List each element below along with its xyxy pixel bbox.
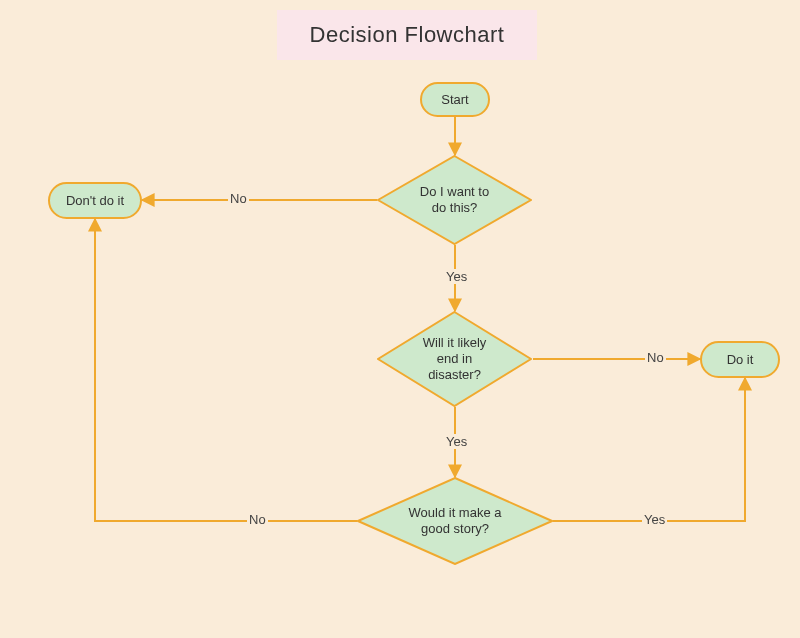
edge-story-yes: Yes xyxy=(642,512,667,527)
edge-disaster-no: No xyxy=(645,350,666,365)
node-doit-label: Do it xyxy=(727,352,754,367)
node-dont-label: Don't do it xyxy=(66,193,124,208)
decision-story: Would it make agood story? xyxy=(357,477,553,565)
page-title: Decision Flowchart xyxy=(277,10,537,60)
edge-story-no: No xyxy=(247,512,268,527)
node-dont-do-it: Don't do it xyxy=(48,182,142,219)
edge-want-no: No xyxy=(228,191,249,206)
decision-story-label: Would it make agood story? xyxy=(357,477,553,565)
node-start-label: Start xyxy=(441,92,468,107)
decision-disaster-label: Will it likelyend indisaster? xyxy=(377,311,532,407)
decision-want-label: Do I want todo this? xyxy=(377,155,532,245)
decision-disaster: Will it likelyend indisaster? xyxy=(377,311,532,407)
decision-want: Do I want todo this? xyxy=(377,155,532,245)
node-start: Start xyxy=(420,82,490,117)
node-do-it: Do it xyxy=(700,341,780,378)
edge-want-yes: Yes xyxy=(444,269,469,284)
edge-disaster-yes: Yes xyxy=(444,434,469,449)
